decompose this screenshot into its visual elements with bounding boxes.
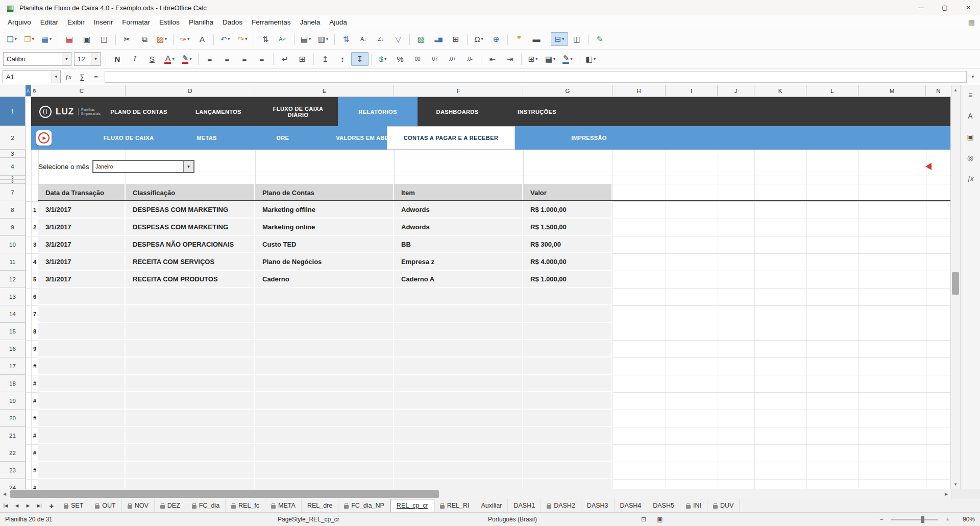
sheet-tab-Auxiliar[interactable]: Auxiliar — [475, 499, 508, 512]
row-header-9[interactable]: 9 — [0, 219, 26, 236]
row-header-18[interactable]: 18 — [0, 375, 26, 392]
cell[interactable]: Adwords — [394, 219, 523, 236]
decrease-indent-button[interactable]: ⇤ — [484, 52, 501, 66]
cell[interactable] — [38, 340, 126, 357]
align-right-button[interactable]: ≡ — [236, 52, 253, 66]
menu-planilha[interactable]: Planilha — [184, 15, 218, 29]
formula-button[interactable]: = — [90, 71, 102, 83]
cell[interactable] — [523, 305, 612, 323]
sheet-tab-DASH4[interactable]: DASH4 — [615, 499, 648, 512]
scroll-left-icon[interactable]: ◀ — [0, 489, 9, 499]
cell[interactable]: R$ 1.000,00 — [523, 271, 612, 288]
table-header-cell[interactable]: Classificação — [126, 184, 255, 201]
sheet-tab-DASH3[interactable]: DASH3 — [581, 499, 615, 512]
sort-button[interactable]: ⇅ — [337, 32, 355, 46]
cell[interactable] — [255, 479, 394, 489]
cell[interactable] — [394, 288, 523, 305]
row-header-13[interactable]: 13 — [0, 288, 26, 305]
sheet-tab-INI[interactable]: INI — [680, 499, 707, 512]
nav-item-lan-amentos[interactable]: LANÇAMENTOS — [179, 97, 258, 126]
cell[interactable]: R$ 300,00 — [523, 236, 612, 253]
row-header-17[interactable]: 17 — [0, 357, 26, 375]
autofilter-button[interactable]: ▽ — [389, 32, 407, 46]
cell[interactable] — [38, 410, 126, 427]
cell[interactable] — [38, 323, 126, 340]
cell[interactable] — [394, 444, 523, 462]
sheet-tab-NOV[interactable]: NOV — [122, 499, 155, 512]
nav-item-instru-es[interactable]: INSTRUÇÕES — [497, 97, 577, 126]
cell[interactable]: Plano de Negócios — [255, 253, 394, 271]
row-header-10[interactable]: 10 — [0, 236, 26, 253]
row-header-2[interactable]: 2 — [0, 126, 26, 150]
select-function-button[interactable]: ∑ — [76, 71, 88, 83]
row-header-19[interactable]: 19 — [0, 392, 26, 410]
cell[interactable] — [523, 375, 612, 392]
play-button[interactable]: ▶ — [36, 130, 52, 146]
cell[interactable] — [255, 375, 394, 392]
subnav-item-metas[interactable]: METAS — [171, 126, 242, 150]
sheet-tab-REL_RI[interactable]: REL_RI — [434, 499, 476, 512]
sort-ascending-button[interactable]: A↓ — [355, 32, 372, 46]
cell[interactable] — [394, 479, 523, 489]
cell[interactable]: Custo TED — [255, 236, 394, 253]
show-draw-functions-button[interactable]: ✎ — [591, 32, 608, 46]
cell[interactable]: Adwords — [394, 201, 523, 219]
menu-ferramentas[interactable]: Ferramentas — [247, 15, 296, 29]
font-name-combo[interactable]: Calibri ▼ — [3, 52, 71, 66]
column-header-I[interactable]: I — [666, 85, 718, 96]
row-header-5[interactable]: 5 — [0, 176, 26, 180]
paste-dropdown-icon[interactable]: ▾ — [165, 37, 167, 41]
row-header-15[interactable]: 15 — [0, 323, 26, 340]
underline-button[interactable]: S — [143, 52, 161, 66]
sheet-tab-META[interactable]: META — [265, 499, 302, 512]
wrap-text-button[interactable]: ↵ — [276, 52, 293, 66]
split-window-button[interactable]: ◫ — [568, 32, 585, 46]
clear-formatting-button[interactable]: A — [193, 32, 211, 46]
row-header-21[interactable]: 21 — [0, 427, 26, 444]
border-color-button[interactable]: ✎▾ — [559, 52, 576, 66]
column-header-C[interactable]: C — [38, 85, 126, 96]
align-left-button[interactable]: ≡ — [201, 52, 218, 66]
cell[interactable] — [38, 462, 126, 479]
functions-deck-icon[interactable]: ƒx — [964, 172, 977, 185]
clone-formatting-button[interactable]: ✑▾ — [176, 32, 193, 46]
cell[interactable] — [126, 427, 255, 444]
column-header-H[interactable]: H — [612, 85, 666, 96]
align-center-button[interactable]: ≡ — [218, 52, 236, 66]
format-as-percent-button[interactable]: % — [391, 52, 409, 66]
zoom-level[interactable]: 90% — [953, 516, 975, 523]
increase-indent-button[interactable]: ⇥ — [501, 52, 519, 66]
row-header-6[interactable]: 6 — [0, 180, 26, 184]
cell[interactable]: 3/1/2017 — [38, 253, 126, 271]
cell[interactable]: R$ 4.000,00 — [523, 253, 612, 271]
sheet-tab-SET[interactable]: SET — [58, 499, 89, 512]
row-header-8[interactable]: 8 — [0, 201, 26, 219]
vertical-scroll-track[interactable] — [951, 94, 960, 480]
headers-and-footers-button[interactable]: ▬ — [528, 32, 545, 46]
cell[interactable] — [255, 392, 394, 410]
cell[interactable] — [255, 462, 394, 479]
cell[interactable] — [126, 288, 255, 305]
row-header-16[interactable]: 16 — [0, 340, 26, 357]
new-document-button[interactable]: ❏▾ — [3, 32, 20, 46]
cell[interactable]: DESPESA NÃO OPERACIONAIS — [126, 236, 255, 253]
cell[interactable] — [523, 357, 612, 375]
cell[interactable] — [255, 427, 394, 444]
last-sheet-button[interactable]: ▶| — [34, 499, 45, 512]
column-header-J[interactable]: J — [718, 85, 754, 96]
print-button[interactable]: ▣ — [78, 32, 95, 46]
cell[interactable]: 3/1/2017 — [38, 201, 126, 219]
sheet-tab-OUT[interactable]: OUT — [89, 499, 121, 512]
sort-descending-button[interactable]: Z↓ — [372, 32, 389, 46]
save-dropdown-icon[interactable]: ▾ — [50, 37, 52, 41]
cell[interactable] — [38, 375, 126, 392]
cell[interactable]: Marketing online — [255, 219, 394, 236]
cell[interactable]: Caderno — [255, 271, 394, 288]
paste-button[interactable]: ▨▾ — [153, 32, 170, 46]
column-header-E[interactable]: E — [255, 85, 394, 96]
columns-menu-dropdown-icon[interactable]: ▾ — [326, 37, 328, 41]
sheet-tab-DASH1[interactable]: DASH1 — [508, 499, 541, 512]
highlighting-color-button[interactable]: ✎▾ — [178, 52, 195, 66]
month-dropdown-arrow-icon[interactable]: ▼ — [183, 161, 193, 172]
rows-menu-dropdown-icon[interactable]: ▾ — [309, 37, 311, 41]
